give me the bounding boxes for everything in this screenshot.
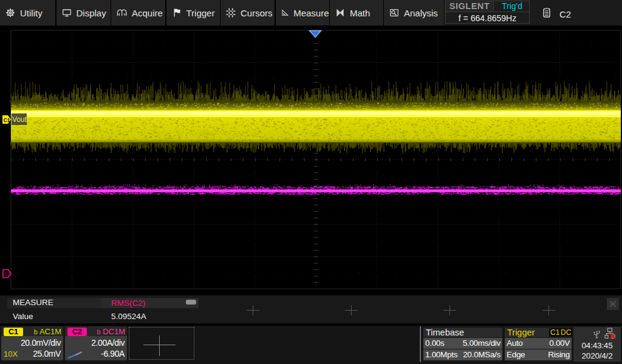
svg-text:C1: C1: [4, 117, 10, 123]
svg-text:C2: C2: [4, 271, 11, 277]
